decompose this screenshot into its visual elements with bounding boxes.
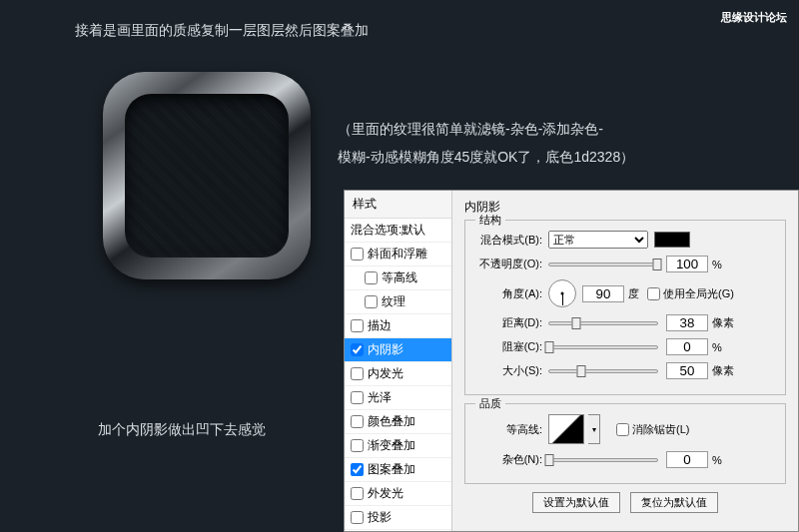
style-list-header: 样式 <box>345 191 451 219</box>
pattern-overlay-checkbox[interactable] <box>351 463 364 476</box>
noise-row: 杂色(N): % <box>473 451 777 468</box>
bevel-emboss-checkbox[interactable] <box>351 248 364 261</box>
anti-alias-checkbox[interactable] <box>616 423 629 436</box>
blend-mode-label: 混合模式(B): <box>473 233 548 248</box>
style-contour-sub[interactable]: 等高线 <box>345 266 451 290</box>
structure-fieldset: 结构 混合模式(B): 正常 不透明度(O): % 角度(A): 度 使用全局光… <box>464 220 786 395</box>
choke-input[interactable] <box>666 338 708 355</box>
inner-shadow-checkbox[interactable] <box>351 343 364 356</box>
inner-glow-checkbox[interactable] <box>351 367 364 380</box>
size-input[interactable] <box>666 362 708 379</box>
stroke-checkbox[interactable] <box>351 319 364 332</box>
contour-label: 等高线: <box>473 422 548 437</box>
style-stroke[interactable]: 描边 <box>345 314 451 338</box>
inner-shadow-label: 内阴影 <box>368 341 403 358</box>
desc-line1: （里面的纹理很简单就滤镜-杂色-添加杂色- <box>338 115 634 143</box>
distance-row: 距离(D): 像素 <box>473 314 777 331</box>
satin-checkbox[interactable] <box>351 391 364 404</box>
watermark: 思缘设计论坛 <box>721 10 787 25</box>
anti-alias-label: 消除锯齿(L) <box>632 422 689 437</box>
distance-unit: 像素 <box>712 315 734 330</box>
drop-shadow-checkbox[interactable] <box>351 511 364 524</box>
choke-slider[interactable] <box>548 345 658 349</box>
angle-row: 角度(A): 度 使用全局光(G) <box>473 279 777 307</box>
contour-row: 等高线: ▾ 消除锯齿(L) <box>473 414 777 444</box>
blend-mode-row: 混合模式(B): 正常 <box>473 231 777 249</box>
outer-glow-label: 外发光 <box>368 485 403 502</box>
bevel-emboss-label: 斜面和浮雕 <box>368 246 427 263</box>
color-overlay-checkbox[interactable] <box>351 415 364 428</box>
gradient-overlay-checkbox[interactable] <box>351 439 364 452</box>
choke-row: 阻塞(C): % <box>473 338 777 355</box>
outer-glow-checkbox[interactable] <box>351 487 364 500</box>
texture-sub-label: 纹理 <box>382 293 405 310</box>
contour-dropdown-arrow[interactable]: ▾ <box>588 414 600 444</box>
size-unit: 像素 <box>712 363 734 378</box>
angle-label: 角度(A): <box>473 286 548 301</box>
structure-legend: 结构 <box>475 213 505 228</box>
noise-unit: % <box>712 454 722 466</box>
texture-sub-checkbox[interactable] <box>365 295 378 308</box>
color-swatch[interactable] <box>654 232 690 248</box>
global-light-check[interactable]: 使用全局光(G) <box>647 286 734 301</box>
style-texture-sub[interactable]: 纹理 <box>345 290 451 314</box>
settings-title: 内阴影 <box>464 199 786 216</box>
reset-default-button[interactable]: 复位为默认值 <box>630 492 718 513</box>
style-satin[interactable]: 光泽 <box>345 386 451 410</box>
anti-alias-check[interactable]: 消除锯齿(L) <box>616 422 689 437</box>
stroke-label: 描边 <box>368 317 392 334</box>
noise-slider[interactable] <box>548 458 658 462</box>
settings-area: 内阴影 结构 混合模式(B): 正常 不透明度(O): % 角度(A): 度 使… <box>452 191 798 531</box>
global-light-label: 使用全局光(G) <box>663 286 734 301</box>
style-inner-glow[interactable]: 内发光 <box>345 362 451 386</box>
opacity-slider[interactable] <box>548 263 658 266</box>
style-blend-default[interactable]: 混合选项:默认 <box>345 219 451 243</box>
style-bevel-emboss[interactable]: 斜面和浮雕 <box>345 243 451 266</box>
blend-mode-select[interactable]: 正常 <box>548 231 648 249</box>
size-slider[interactable] <box>548 369 658 373</box>
global-light-checkbox[interactable] <box>647 287 660 300</box>
contour-sub-checkbox[interactable] <box>365 271 378 284</box>
drop-shadow-label: 投影 <box>368 509 392 526</box>
size-label: 大小(S): <box>473 363 548 378</box>
angle-unit: 度 <box>628 286 639 301</box>
desc-line2: 模糊-动感模糊角度45度就OK了，底色1d2328） <box>338 143 634 171</box>
style-pattern-overlay[interactable]: 图案叠加 <box>345 458 451 482</box>
opacity-label: 不透明度(O): <box>473 257 548 271</box>
noise-label: 杂色(N): <box>473 452 548 467</box>
style-inner-shadow[interactable]: 内阴影 <box>345 338 451 362</box>
angle-input[interactable] <box>582 285 624 302</box>
default-buttons: 设置为默认值 复位为默认值 <box>464 492 786 513</box>
style-list: 样式 混合选项:默认 斜面和浮雕 等高线 纹理 描边 内阴影 内发光 光泽 颜色… <box>345 191 452 531</box>
choke-unit: % <box>712 341 722 353</box>
distance-slider[interactable] <box>548 321 658 325</box>
set-default-button[interactable]: 设置为默认值 <box>532 492 620 513</box>
opacity-row: 不透明度(O): % <box>473 256 777 272</box>
inner-glow-label: 内发光 <box>368 365 403 382</box>
quality-legend: 品质 <box>475 396 505 411</box>
description-text: （里面的纹理很简单就滤镜-杂色-添加杂色- 模糊-动感模糊角度45度就OK了，底… <box>338 115 634 171</box>
instruction-bottom: 加个内阴影做出凹下去感觉 <box>98 421 266 439</box>
size-row: 大小(S): 像素 <box>473 362 777 379</box>
color-overlay-label: 颜色叠加 <box>368 413 415 430</box>
pattern-overlay-label: 图案叠加 <box>368 461 415 478</box>
style-gradient-overlay[interactable]: 渐变叠加 <box>345 434 451 458</box>
noise-input[interactable] <box>666 451 708 468</box>
contour-preview[interactable] <box>548 414 584 444</box>
layer-style-panel: 样式 混合选项:默认 斜面和浮雕 等高线 纹理 描边 内阴影 内发光 光泽 颜色… <box>344 190 799 532</box>
distance-input[interactable] <box>666 314 708 331</box>
style-outer-glow[interactable]: 外发光 <box>345 482 451 506</box>
gradient-overlay-label: 渐变叠加 <box>368 437 415 454</box>
angle-dial[interactable] <box>548 279 576 307</box>
style-drop-shadow[interactable]: 投影 <box>345 506 451 530</box>
icon-preview <box>103 72 311 279</box>
quality-fieldset: 品质 等高线: ▾ 消除锯齿(L) 杂色(N): % <box>464 403 786 484</box>
distance-label: 距离(D): <box>473 315 548 330</box>
opacity-input[interactable] <box>666 256 708 272</box>
opacity-unit: % <box>712 259 722 270</box>
icon-inner-texture <box>125 94 289 258</box>
style-color-overlay[interactable]: 颜色叠加 <box>345 410 451 434</box>
contour-sub-label: 等高线 <box>382 269 417 286</box>
satin-label: 光泽 <box>368 389 392 406</box>
choke-label: 阻塞(C): <box>473 339 548 354</box>
